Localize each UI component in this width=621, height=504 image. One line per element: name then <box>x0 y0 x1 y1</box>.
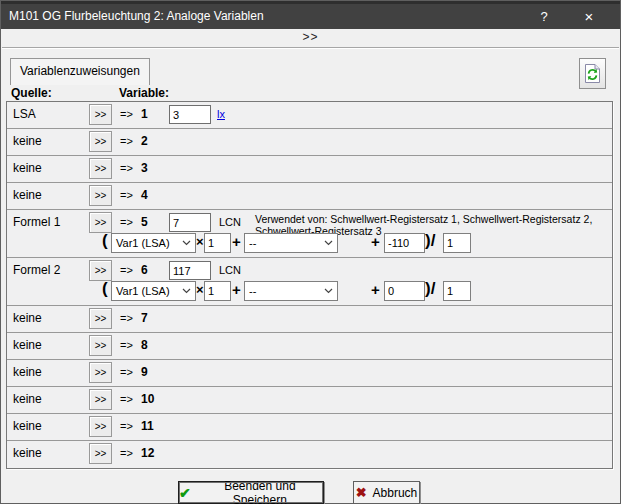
assign-source-button[interactable]: >> <box>89 308 112 329</box>
formula-var1-select[interactable]: Var1 (LSA) <box>111 281 196 301</box>
arrow-label: => <box>120 306 133 331</box>
open-paren: ( <box>102 231 108 251</box>
selected-value: -- <box>249 285 256 297</box>
arrow-label: => <box>120 183 133 208</box>
variable-row-5: Formel 1 >> => 5 LCN Verwendet von: Schw… <box>7 210 612 258</box>
expander-button[interactable]: >> <box>2 30 619 44</box>
variable-number: 3 <box>141 156 148 181</box>
variable-row-11: keine >> => 11 <box>7 414 612 441</box>
source-label: keine <box>13 441 42 466</box>
source-label: keine <box>13 333 42 358</box>
assign-source-button[interactable]: >> <box>89 335 112 356</box>
variable-number: 4 <box>141 183 148 208</box>
window-title: M101 OG Flurbeleuchtung 2: Analoge Varia… <box>9 9 264 23</box>
x-icon: ✖ <box>356 486 367 499</box>
unit-link[interactable]: lx <box>217 102 225 127</box>
assign-source-button[interactable]: >> <box>89 158 112 179</box>
chevron-down-icon <box>182 240 191 246</box>
refresh-page-icon <box>584 63 601 84</box>
variable-row-4: keine >> => 4 <box>7 183 612 210</box>
close-paren-divide: )/ <box>425 231 435 251</box>
assign-source-button[interactable]: >> <box>89 362 112 383</box>
save-button-label: Beenden und Speichern <box>197 479 323 504</box>
variable-table: LSA >> => 1 lx keine >> => 2 keine >> =>… <box>6 101 613 469</box>
variable-row-12: keine >> => 12 <box>7 441 612 467</box>
refresh-button[interactable] <box>579 58 606 89</box>
cancel-button[interactable]: ✖ Abbruch <box>353 481 420 504</box>
column-header-variable: Variable: <box>119 86 169 100</box>
assign-source-button[interactable]: >> <box>89 131 112 152</box>
variable-row-7: keine >> => 7 <box>7 306 612 333</box>
divisor-input[interactable] <box>443 281 471 301</box>
arrow-label: => <box>120 441 133 466</box>
formula-var1-select[interactable]: Var1 (LSA) <box>111 233 196 253</box>
chevron-down-icon <box>324 240 333 246</box>
variable-number: 8 <box>141 333 148 358</box>
plus-sign: + <box>371 281 380 298</box>
arrow-label: => <box>120 156 133 181</box>
offset-input[interactable] <box>384 233 425 253</box>
variable-number: 7 <box>141 306 148 331</box>
formula-var2-select[interactable]: -- <box>244 281 338 301</box>
formula-var2-select[interactable]: -- <box>244 233 338 253</box>
check-icon: ✔ <box>179 486 191 500</box>
formula-row: ( Var1 (LSA) × + -- + )/ <box>7 280 612 304</box>
formula-row: ( Var1 (LSA) × + -- + )/ <box>7 232 612 256</box>
used-by-line-1: Verwendet von: Schwellwert-Registersatz … <box>255 213 613 225</box>
source-label: LSA <box>13 102 36 127</box>
save-button[interactable]: ✔ Beenden und Speichern <box>178 481 324 504</box>
tab-variablenzuweisungen[interactable]: Variablenzuweisungen <box>10 58 150 85</box>
variable-number: 12 <box>141 441 154 466</box>
cancel-button-label: Abbruch <box>373 486 418 500</box>
variable-row-1: LSA >> => 1 lx <box>7 102 612 129</box>
source-label: keine <box>13 183 42 208</box>
variable-number: 11 <box>141 414 154 439</box>
plus-sign: + <box>371 233 380 250</box>
variable-number: 9 <box>141 360 148 385</box>
value-input[interactable] <box>169 105 211 124</box>
plus-sign: + <box>232 233 241 250</box>
source-label: keine <box>13 306 42 331</box>
arrow-label: => <box>120 360 133 385</box>
analog-variables-dialog: M101 OG Flurbeleuchtung 2: Analoge Varia… <box>0 0 621 504</box>
arrow-label: => <box>120 102 133 127</box>
source-label: keine <box>13 129 42 154</box>
help-button[interactable]: ? <box>527 4 561 29</box>
factor-input[interactable] <box>204 233 231 253</box>
assign-source-button[interactable]: >> <box>89 185 112 206</box>
assign-source-button[interactable]: >> <box>89 104 112 125</box>
source-label: keine <box>13 360 42 385</box>
close-button[interactable]: × <box>572 4 606 29</box>
arrow-label: => <box>120 333 133 358</box>
column-header-quelle: Quelle: <box>11 86 52 100</box>
assign-source-button[interactable]: >> <box>89 212 112 233</box>
open-paren: ( <box>102 279 108 299</box>
close-paren-divide: )/ <box>425 279 435 299</box>
selected-value: Var1 (LSA) <box>116 285 170 297</box>
selected-value: Var1 (LSA) <box>116 237 170 249</box>
offset-input[interactable] <box>384 281 425 301</box>
assign-source-button[interactable]: >> <box>89 260 112 281</box>
variable-row-10: keine >> => 10 <box>7 387 612 414</box>
plus-sign: + <box>232 281 241 298</box>
source-label: keine <box>13 414 42 439</box>
variable-number: 10 <box>141 387 154 412</box>
chevron-down-icon <box>324 288 333 294</box>
title-bar: M101 OG Flurbeleuchtung 2: Analoge Varia… <box>1 1 620 29</box>
multiply-sign: × <box>196 282 204 297</box>
multiply-sign: × <box>196 234 204 249</box>
assign-source-button[interactable]: >> <box>89 443 112 464</box>
expander-bar: >> <box>2 29 619 48</box>
chevron-down-icon <box>182 288 191 294</box>
assign-source-button[interactable]: >> <box>89 389 112 410</box>
factor-input[interactable] <box>204 281 231 301</box>
value-input[interactable] <box>169 213 211 232</box>
variable-number: 1 <box>141 102 148 127</box>
arrow-label: => <box>120 387 133 412</box>
assign-source-button[interactable]: >> <box>89 416 112 437</box>
divisor-input[interactable] <box>443 233 471 253</box>
variable-row-8: keine >> => 8 <box>7 333 612 360</box>
value-input[interactable] <box>169 261 211 280</box>
arrow-label: => <box>120 414 133 439</box>
variable-row-3: keine >> => 3 <box>7 156 612 183</box>
